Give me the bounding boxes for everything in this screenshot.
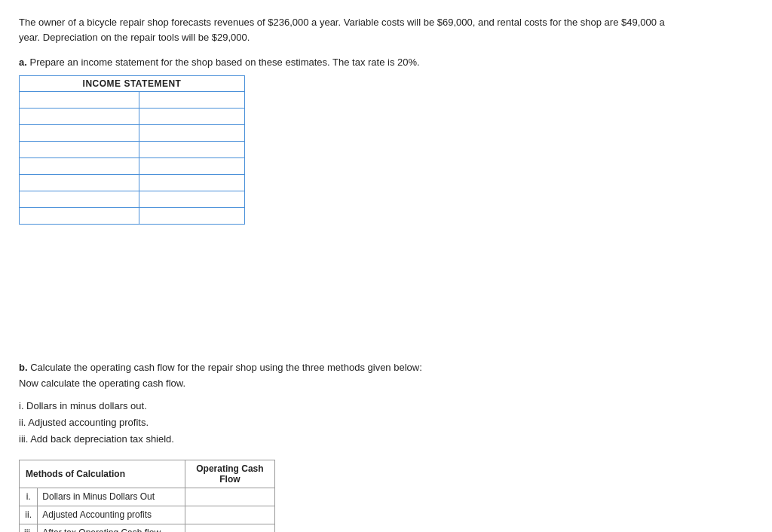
income-value-cell[interactable] bbox=[139, 208, 245, 225]
cashflow-value-cell[interactable] bbox=[185, 524, 274, 532]
cashflow-method-cell: Dollars in Minus Dollars Out bbox=[38, 488, 185, 506]
income-label-cell[interactable] bbox=[20, 142, 139, 158]
income-label-cell[interactable] bbox=[20, 158, 139, 175]
methods-header: Methods of Calculation bbox=[20, 460, 185, 488]
income-statement-table: INCOME STATEMENT bbox=[19, 75, 245, 225]
income-label-cell[interactable] bbox=[20, 208, 139, 225]
method-ii: ii. Adjusted accounting profits. bbox=[19, 414, 753, 431]
part-b-intro: b. Calculate the operating cash flow for… bbox=[19, 360, 501, 392]
cashflow-value-cell[interactable] bbox=[185, 488, 274, 506]
cashflow-table: Methods of Calculation Operating Cash Fl… bbox=[19, 460, 275, 532]
cashflow-index-cell: i. bbox=[20, 488, 38, 506]
income-label-cell[interactable] bbox=[20, 175, 139, 191]
cashflow-index-cell: iii. bbox=[20, 524, 38, 532]
method-iii: iii. Add back depreciation tax shield. bbox=[19, 431, 753, 448]
cashflow-method-cell: After tax Operating Cash flow bbox=[38, 524, 185, 532]
value-header: Operating Cash Flow bbox=[185, 460, 274, 488]
cashflow-method-cell: Adjusted Accounting profits bbox=[38, 506, 185, 524]
section-b: b. Calculate the operating cash flow for… bbox=[19, 360, 753, 532]
cashflow-table-wrapper: Methods of Calculation Operating Cash Fl… bbox=[19, 460, 753, 532]
cashflow-index-cell: ii. bbox=[20, 506, 38, 524]
income-label-cell[interactable] bbox=[20, 109, 139, 125]
income-statement-wrapper: INCOME STATEMENT bbox=[19, 75, 753, 225]
methods-list: i. Dollars in minus dollars out. ii. Adj… bbox=[19, 398, 753, 448]
income-value-cell[interactable] bbox=[139, 125, 245, 142]
part-a-label: a. Prepare an income statement for the s… bbox=[19, 57, 753, 68]
income-value-cell[interactable] bbox=[139, 92, 245, 109]
income-label-cell[interactable] bbox=[20, 125, 139, 142]
method-i: i. Dollars in minus dollars out. bbox=[19, 398, 753, 414]
income-label-cell[interactable] bbox=[20, 92, 139, 109]
income-value-cell[interactable] bbox=[139, 191, 245, 208]
intro-text: The owner of a bicycle repair shop forec… bbox=[19, 15, 667, 44]
income-value-cell[interactable] bbox=[139, 175, 245, 191]
cashflow-value-cell[interactable] bbox=[185, 506, 274, 524]
income-label-cell[interactable] bbox=[20, 191, 139, 208]
income-value-cell[interactable] bbox=[139, 142, 245, 158]
income-statement-title: INCOME STATEMENT bbox=[20, 76, 245, 92]
income-value-cell[interactable] bbox=[139, 158, 245, 175]
income-value-cell[interactable] bbox=[139, 109, 245, 125]
